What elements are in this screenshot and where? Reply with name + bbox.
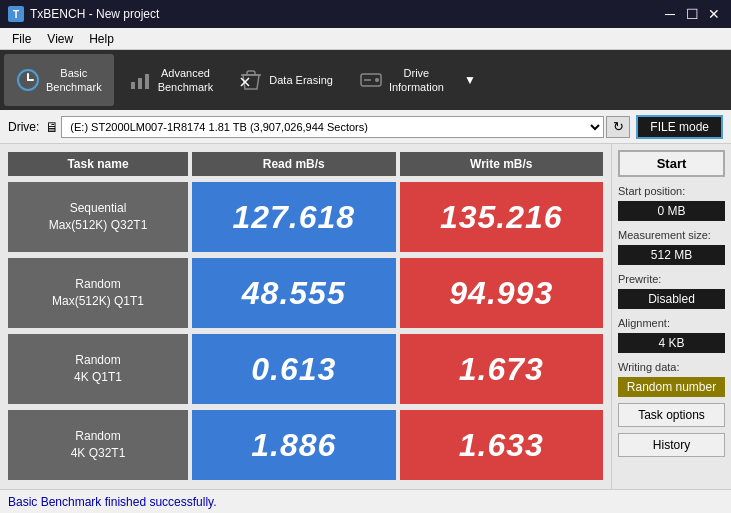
benchmark-table: Task name Read mB/s Write mB/s Sequentia…	[0, 144, 611, 489]
task-name-2: RandomMax(512K) Q1T1	[8, 258, 188, 328]
table-row: Random4K Q1T1 0.613 1.673	[8, 334, 603, 404]
maximize-button[interactable]: ☐	[683, 5, 701, 23]
alignment-label: Alignment:	[618, 317, 725, 329]
svg-rect-2	[138, 78, 142, 89]
dropdown-arrow: ▼	[464, 73, 476, 87]
menu-view[interactable]: View	[39, 30, 81, 48]
status-bar: Basic Benchmark finished successfully.	[0, 489, 731, 513]
table-header: Task name Read mB/s Write mB/s	[8, 152, 603, 176]
main-content: Task name Read mB/s Write mB/s Sequentia…	[0, 144, 731, 489]
close-button[interactable]: ✕	[705, 5, 723, 23]
prewrite-value: Disabled	[618, 289, 725, 309]
toolbar-basic-label: BasicBenchmark	[46, 66, 102, 95]
history-button[interactable]: History	[618, 433, 725, 457]
menu-file[interactable]: File	[4, 30, 39, 48]
table-row: RandomMax(512K) Q1T1 48.555 94.993	[8, 258, 603, 328]
drive-select[interactable]: (E:) ST2000LM007-1R8174 1.81 TB (3,907,0…	[61, 116, 604, 138]
data-erasing-icon	[239, 68, 263, 92]
measurement-size-label: Measurement size:	[618, 229, 725, 241]
menu-bar: File View Help	[0, 28, 731, 50]
file-mode-button[interactable]: FILE mode	[636, 115, 723, 139]
right-panel: Start Start position: 0 MB Measurement s…	[611, 144, 731, 489]
read-value-3: 0.613	[192, 334, 396, 404]
title-bar: T TxBENCH - New project ─ ☐ ✕	[0, 0, 731, 28]
header-task: Task name	[8, 152, 188, 176]
table-row: SequentialMax(512K) Q32T1 127.618 135.21…	[8, 182, 603, 252]
toolbar-basic-benchmark[interactable]: BasicBenchmark	[4, 54, 114, 106]
app-icon: T	[8, 6, 24, 22]
menu-help[interactable]: Help	[81, 30, 122, 48]
task-options-button[interactable]: Task options	[618, 403, 725, 427]
writing-data-label: Writing data:	[618, 361, 725, 373]
read-value-1: 127.618	[192, 182, 396, 252]
toolbar: BasicBenchmark AdvancedBenchmark Data Er…	[0, 50, 731, 110]
write-value-2: 94.993	[400, 258, 604, 328]
svg-rect-1	[131, 82, 135, 89]
drive-label: Drive:	[8, 120, 39, 134]
drive-refresh-button[interactable]: ↻	[606, 116, 630, 138]
minimize-button[interactable]: ─	[661, 5, 679, 23]
read-value-4: 1.886	[192, 410, 396, 480]
basic-benchmark-icon	[16, 68, 40, 92]
drive-bar: Drive: 🖥 (E:) ST2000LM007-1R8174 1.81 TB…	[0, 110, 731, 144]
writing-data-value: Random number	[618, 377, 725, 397]
start-position-label: Start position:	[618, 185, 725, 197]
toolbar-dropdown[interactable]: ▼	[460, 54, 480, 106]
status-text: Basic Benchmark finished successfully.	[8, 495, 217, 509]
start-button[interactable]: Start	[618, 150, 725, 177]
prewrite-label: Prewrite:	[618, 273, 725, 285]
header-write: Write mB/s	[400, 152, 604, 176]
write-value-3: 1.673	[400, 334, 604, 404]
svg-point-6	[375, 78, 379, 82]
title-bar-controls[interactable]: ─ ☐ ✕	[661, 5, 723, 23]
toolbar-erasing-label: Data Erasing	[269, 73, 333, 87]
alignment-value: 4 KB	[618, 333, 725, 353]
table-row: Random4K Q32T1 1.886 1.633	[8, 410, 603, 480]
task-name-1: SequentialMax(512K) Q32T1	[8, 182, 188, 252]
title-bar-text: TxBENCH - New project	[30, 7, 159, 21]
svg-rect-3	[145, 74, 149, 89]
read-value-2: 48.555	[192, 258, 396, 328]
toolbar-advanced-label: AdvancedBenchmark	[158, 66, 214, 95]
task-name-4: Random4K Q32T1	[8, 410, 188, 480]
start-position-value: 0 MB	[618, 201, 725, 221]
drive-information-icon	[359, 68, 383, 92]
advanced-benchmark-icon	[128, 68, 152, 92]
task-name-3: Random4K Q1T1	[8, 334, 188, 404]
header-read: Read mB/s	[192, 152, 396, 176]
toolbar-drive-label: DriveInformation	[389, 66, 444, 95]
title-bar-left: T TxBENCH - New project	[8, 6, 159, 22]
write-value-4: 1.633	[400, 410, 604, 480]
measurement-size-value: 512 MB	[618, 245, 725, 265]
toolbar-data-erasing[interactable]: Data Erasing	[227, 54, 345, 106]
toolbar-drive-information[interactable]: DriveInformation	[347, 54, 456, 106]
toolbar-advanced-benchmark[interactable]: AdvancedBenchmark	[116, 54, 226, 106]
write-value-1: 135.216	[400, 182, 604, 252]
